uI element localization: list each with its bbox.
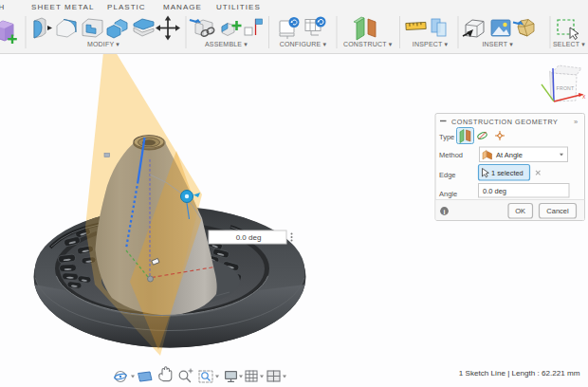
svg-text:Method: Method [439, 151, 463, 159]
svg-text:H: H [0, 3, 5, 11]
svg-text:SHEET METAL: SHEET METAL [31, 3, 94, 11]
svg-text:UTILITIES: UTILITIES [216, 3, 261, 11]
svg-text:At Angle: At Angle [496, 151, 523, 159]
svg-text:MODIFY ▾: MODIFY ▾ [87, 41, 119, 47]
svg-text:INSPECT ▾: INSPECT ▾ [413, 41, 449, 47]
svg-text:CONSTRUCTION GEOMETRY: CONSTRUCTION GEOMETRY [451, 118, 558, 126]
svg-text:FRONT: FRONT [557, 85, 575, 91]
svg-text:Type: Type [439, 133, 454, 141]
svg-text:SELECT ▾: SELECT ▾ [553, 41, 585, 47]
svg-text:1 Sketch Line | Length : 62.22: 1 Sketch Line | Length : 62.221 mm [459, 369, 580, 378]
svg-text:0.0 deg: 0.0 deg [483, 187, 506, 195]
svg-text:OK: OK [515, 207, 525, 215]
svg-text:0.0 deg: 0.0 deg [236, 233, 262, 242]
svg-text:PLASTIC: PLASTIC [107, 3, 146, 11]
svg-text:»: » [574, 118, 578, 126]
svg-text:Cancel: Cancel [546, 207, 569, 215]
svg-text:CONFIGURE ▾: CONFIGURE ▾ [280, 41, 327, 47]
svg-text:i: i [444, 209, 446, 215]
svg-text:1 selected: 1 selected [491, 169, 524, 177]
svg-text:Edge: Edge [439, 171, 456, 179]
svg-text:ASSEMBLE ▾: ASSEMBLE ▾ [205, 41, 248, 47]
svg-text:CONSTRUCT ▾: CONSTRUCT ▾ [343, 41, 393, 47]
svg-text:Angle: Angle [439, 190, 457, 198]
svg-text:INSERT ▾: INSERT ▾ [482, 41, 513, 47]
svg-text:MANAGE: MANAGE [163, 3, 202, 11]
